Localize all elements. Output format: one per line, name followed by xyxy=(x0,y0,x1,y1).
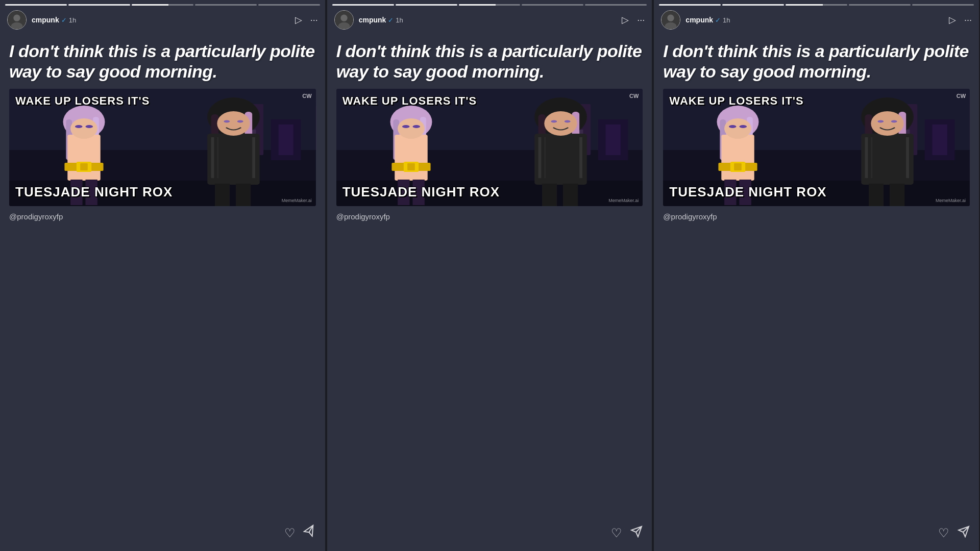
story-caption-3: @prodigyroxyfp xyxy=(654,206,979,227)
svg-rect-102 xyxy=(906,137,909,178)
story-panel-3: cmpunk ✓ 1h ▷ ··· I don't think this is … xyxy=(654,0,980,551)
avatar-image-3 xyxy=(662,11,680,29)
meme-bottom-text-2: TUESJADE NIGHT ROX xyxy=(342,184,637,200)
svg-point-103 xyxy=(871,111,904,136)
like-button-3[interactable]: ♡ xyxy=(938,526,949,540)
story-actions-2: ♡ xyxy=(611,525,643,541)
svg-rect-28 xyxy=(211,137,214,178)
play-button-3[interactable]: ▷ xyxy=(949,14,956,26)
header-actions-2: ▷ ··· xyxy=(622,14,645,26)
story-header-3: cmpunk ✓ 1h ▷ ··· xyxy=(654,0,979,35)
time-label-3: 1h xyxy=(723,16,730,24)
svg-point-37 xyxy=(340,15,347,21)
story-text-3: I don't think this is a particularly pol… xyxy=(654,35,979,89)
avatar-2[interactable] xyxy=(334,10,354,30)
meme-container-3: WAKE UP LOSERS IT'S TUESJADE NIGHT ROX C… xyxy=(663,89,970,206)
story-text-1: I don't think this is a particularly pol… xyxy=(0,35,325,89)
svg-rect-66 xyxy=(579,137,582,178)
cw-logo-2: CW xyxy=(629,93,639,99)
svg-point-73 xyxy=(668,15,674,21)
story-caption-1: @prodigyroxyfp xyxy=(0,206,325,227)
svg-point-31 xyxy=(217,111,250,136)
username-1: cmpunk xyxy=(32,16,59,24)
meme-container-2: WAKE UP LOSERS IT'S TUESJADE NIGHT ROX C… xyxy=(336,89,643,206)
meme-watermark-1: MemeMaker.ai xyxy=(282,198,312,203)
header-info-3: cmpunk ✓ 1h xyxy=(685,16,949,24)
username-2: cmpunk xyxy=(359,16,386,24)
header-actions-3: ▷ ··· xyxy=(949,14,972,26)
story-actions-1: ♡ xyxy=(284,525,316,541)
svg-rect-29 xyxy=(217,137,218,178)
story-panel-1: cmpunk ✓ 1h ▷ ··· I don't think this is … xyxy=(0,0,326,551)
meme-bottom-text-3: TUESJADE NIGHT ROX xyxy=(669,184,964,200)
story-header-2: cmpunk ✓ 1h ▷ ··· xyxy=(327,0,652,35)
verified-icon-1: ✓ xyxy=(61,16,67,24)
meme-bg-2: WAKE UP LOSERS IT'S TUESJADE NIGHT ROX C… xyxy=(336,89,643,206)
meme-bg-3: WAKE UP LOSERS IT'S TUESJADE NIGHT ROX C… xyxy=(663,89,970,206)
cw-logo-3: CW xyxy=(957,93,966,99)
svg-rect-27 xyxy=(207,134,260,185)
story-header-1: cmpunk ✓ 1h ▷ ··· xyxy=(0,0,325,35)
play-button-2[interactable]: ▷ xyxy=(622,14,629,26)
more-button-3[interactable]: ··· xyxy=(964,15,972,26)
svg-rect-101 xyxy=(871,137,873,178)
like-button-1[interactable]: ♡ xyxy=(284,526,296,540)
meme-top-text-2: WAKE UP LOSERS IT'S xyxy=(342,95,628,107)
verified-icon-3: ✓ xyxy=(715,16,721,24)
username-3: cmpunk xyxy=(685,16,713,24)
username-row-1: cmpunk ✓ 1h xyxy=(32,16,295,24)
header-info-2: cmpunk ✓ 1h xyxy=(359,16,622,24)
share-button-1[interactable] xyxy=(302,524,317,542)
svg-point-105 xyxy=(891,120,897,123)
verified-icon-2: ✓ xyxy=(388,16,394,24)
meme-watermark-2: MemeMaker.ai xyxy=(608,198,639,203)
time-label-2: 1h xyxy=(396,16,403,24)
header-info-1: cmpunk ✓ 1h xyxy=(32,16,295,24)
header-actions-1: ▷ ··· xyxy=(295,14,318,26)
meme-container-1: WAKE UP LOSERS IT'S TUESJADE NIGHT ROX C… xyxy=(9,89,316,206)
svg-point-33 xyxy=(237,120,243,123)
svg-point-32 xyxy=(224,120,230,123)
story-panel-2: cmpunk ✓ 1h ▷ ··· I don't think this is … xyxy=(327,0,653,551)
more-button-2[interactable]: ··· xyxy=(637,15,645,26)
story-actions-3: ♡ xyxy=(938,525,970,541)
svg-point-68 xyxy=(551,120,557,123)
story-text-2: I don't think this is a particularly pol… xyxy=(327,35,652,89)
svg-point-1 xyxy=(13,15,20,21)
avatar-3[interactable] xyxy=(661,10,680,30)
svg-point-104 xyxy=(878,120,884,123)
avatar-image-2 xyxy=(335,11,353,29)
meme-bg-1: WAKE UP LOSERS IT'S TUESJADE NIGHT ROX C… xyxy=(9,89,316,206)
meme-top-text-1: WAKE UP LOSERS IT'S xyxy=(15,95,301,107)
meme-bottom-text-1: TUESJADE NIGHT ROX xyxy=(15,184,310,200)
avatar-1[interactable] xyxy=(7,10,27,30)
svg-point-67 xyxy=(544,111,577,136)
cw-logo-1: CW xyxy=(302,93,311,99)
svg-rect-99 xyxy=(862,134,914,185)
svg-rect-100 xyxy=(865,137,868,178)
avatar-image-1 xyxy=(8,11,26,29)
more-button-1[interactable]: ··· xyxy=(310,15,318,26)
username-row-3: cmpunk ✓ 1h xyxy=(685,16,949,24)
username-row-2: cmpunk ✓ 1h xyxy=(359,16,622,24)
svg-rect-30 xyxy=(252,137,255,178)
meme-top-text-3: WAKE UP LOSERS IT'S xyxy=(669,95,954,107)
like-button-2[interactable]: ♡ xyxy=(611,526,622,540)
story-caption-2: @prodigyroxyfp xyxy=(327,206,652,227)
svg-rect-63 xyxy=(534,134,587,185)
svg-point-69 xyxy=(565,120,571,123)
share-button-2[interactable] xyxy=(630,525,643,541)
svg-rect-65 xyxy=(544,137,546,178)
play-button-1[interactable]: ▷ xyxy=(295,14,302,26)
svg-rect-64 xyxy=(538,137,541,178)
meme-watermark-3: MemeMaker.ai xyxy=(936,198,966,203)
share-button-3[interactable] xyxy=(958,525,970,541)
time-label-1: 1h xyxy=(69,16,76,24)
